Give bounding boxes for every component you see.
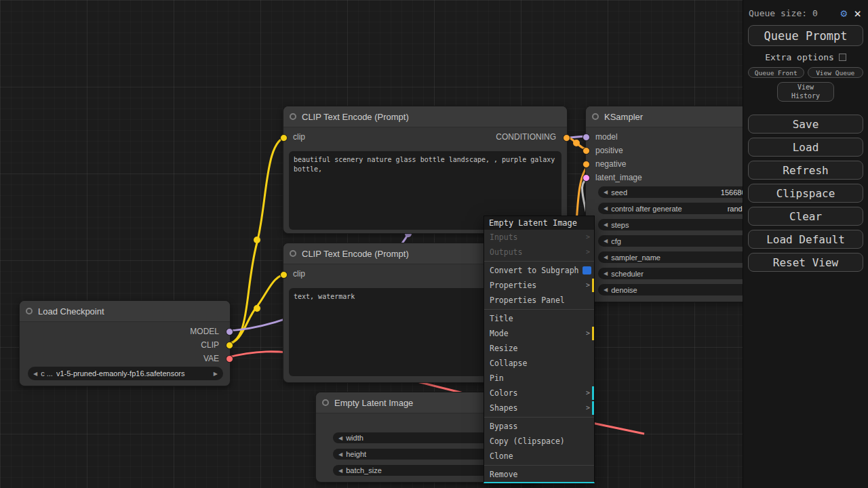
menu-buttons: Save Load Refresh Clipspace Clear Load D… — [748, 115, 863, 272]
clipspace-button[interactable]: Clipspace — [748, 184, 863, 203]
collapse-dot[interactable] — [592, 113, 599, 120]
extra-options-checkbox[interactable] — [839, 54, 846, 61]
menu-item-label: Outputs — [490, 247, 522, 257]
menu-item-copy-clipspace[interactable]: Copy (Clipspace) — [484, 434, 594, 449]
collapse-dot[interactable] — [290, 113, 296, 120]
menu-item-properties-panel[interactable]: Properties Panel — [484, 293, 594, 308]
menu-item-mode[interactable]: Mode > — [484, 326, 594, 341]
menu-item-label: Mode — [490, 329, 509, 338]
step-left-icon[interactable]: ◀ — [338, 468, 342, 474]
menu-item-label: Remove — [490, 470, 518, 479]
widget-label: height — [346, 450, 366, 458]
menu-item-label: Resize — [490, 344, 518, 353]
step-left-icon[interactable]: ◀ — [33, 371, 37, 377]
collapse-dot[interactable] — [322, 399, 329, 406]
slot-label-vae: VAE — [203, 352, 219, 365]
slot-label-latent-image: latent_image — [595, 171, 642, 184]
submenu-chevron-icon: > — [586, 230, 590, 245]
queue-size-label: Queue size: 0 — [749, 8, 841, 18]
menu-item-clone[interactable]: Clone — [484, 449, 594, 464]
output-slot-clip[interactable] — [226, 342, 233, 349]
input-slot-clip[interactable] — [280, 134, 288, 142]
node-clip-text-encode-positive[interactable]: CLIP Text Encode (Prompt) clip CONDITION… — [283, 106, 568, 234]
menu-item-colors[interactable]: Colors > — [484, 386, 594, 401]
load-button[interactable]: Load — [748, 138, 863, 157]
collapse-dot[interactable] — [290, 250, 296, 257]
menu-item-label: Colors — [490, 388, 518, 398]
step-left-icon[interactable]: ◀ — [604, 189, 608, 195]
queue-front-button[interactable]: Queue Front — [748, 67, 804, 78]
load-default-button[interactable]: Load Default — [748, 230, 863, 249]
input-slot-negative[interactable] — [583, 161, 590, 168]
extra-options-row: Extra options — [743, 52, 868, 62]
slot-label-clip: CLIP — [201, 339, 219, 351]
save-button[interactable]: Save — [748, 115, 863, 134]
step-right-icon[interactable]: ▶ — [214, 371, 218, 377]
submenu-chevron-icon: > — [586, 401, 590, 415]
menu-item-label: Collapse — [490, 359, 527, 368]
input-slot-clip[interactable] — [280, 271, 288, 279]
slot-label-conditioning: CONDITIONING — [496, 131, 556, 143]
collapse-dot[interactable] — [26, 308, 33, 314]
menu-item-bypass[interactable]: Bypass — [484, 419, 594, 434]
input-slot-model[interactable] — [583, 134, 590, 141]
widget-label: denoise — [611, 286, 637, 294]
node-title: Load Checkpoint — [38, 306, 104, 317]
refresh-button[interactable]: Refresh — [748, 161, 863, 180]
step-left-icon[interactable]: ◀ — [604, 238, 608, 244]
node-load-checkpoint[interactable]: Load Checkpoint MODEL CLIP VAE ◀ c ... v… — [19, 300, 231, 386]
queue-actions-row: Queue Front View Queue — [748, 67, 863, 78]
queue-prompt-button[interactable]: Queue Prompt — [748, 25, 863, 46]
menu-item-pin[interactable]: Pin — [484, 371, 594, 386]
menu-item-label: Convert to Subgraph — [490, 266, 579, 275]
menu-item-properties[interactable]: Properties > — [484, 278, 594, 293]
widget-label: width — [346, 434, 363, 442]
settings-gear-icon[interactable]: ⚙ — [841, 7, 848, 20]
reset-view-button[interactable]: Reset View — [748, 253, 863, 272]
menu-item-label: Copy (Clipspace) — [490, 436, 565, 446]
output-slot-model[interactable] — [226, 328, 233, 336]
menu-item-remove[interactable]: Remove — [484, 467, 594, 482]
accent-strip — [592, 401, 594, 415]
clear-button[interactable]: Clear — [748, 207, 863, 226]
step-left-icon[interactable]: ◀ — [604, 287, 608, 293]
widget-label: cfg — [611, 237, 621, 245]
close-icon[interactable]: × — [854, 9, 861, 18]
slot-label-negative: negative — [595, 158, 626, 170]
menu-item-shapes[interactable]: Shapes > — [484, 401, 594, 415]
step-left-icon[interactable]: ◀ — [604, 254, 608, 260]
output-slot-vae[interactable] — [226, 355, 233, 363]
slot-label-clip: clip — [293, 131, 305, 143]
menu-item-convert-to-subgraph[interactable]: Convert to Subgraph — [484, 263, 594, 278]
input-slot-latent-image[interactable] — [583, 174, 590, 182]
step-left-icon[interactable]: ◀ — [338, 451, 342, 458]
view-queue-button[interactable]: View Queue — [808, 67, 864, 78]
input-slot-positive[interactable] — [583, 147, 590, 155]
combo-label: c ... — [41, 369, 53, 378]
widget-label: batch_size — [346, 466, 382, 474]
step-left-icon[interactable]: ◀ — [604, 270, 608, 277]
menu-item-label: Shapes — [490, 403, 518, 413]
menu-item-label: Properties Panel — [490, 296, 565, 305]
new-feature-badge — [583, 266, 591, 274]
menu-item-resize[interactable]: Resize — [484, 341, 594, 356]
node-title: CLIP Text Encode (Prompt) — [302, 249, 409, 259]
step-left-icon[interactable]: ◀ — [604, 222, 608, 228]
output-slot-conditioning[interactable] — [563, 134, 570, 142]
context-menu-title: Empty Latent Image — [484, 216, 594, 230]
node-header[interactable]: CLIP Text Encode (Prompt) — [283, 106, 567, 127]
menu-item-label: Bypass — [490, 422, 518, 431]
menu-item-title[interactable]: Title — [484, 311, 594, 326]
node-title: CLIP Text Encode (Prompt) — [302, 112, 409, 122]
step-left-icon[interactable]: ◀ — [338, 435, 342, 441]
menu-item-outputs: Outputs > — [484, 245, 594, 260]
node-header[interactable]: Load Checkpoint — [20, 301, 230, 322]
view-history-button[interactable]: View History — [777, 82, 834, 102]
ckpt-name-combo-widget[interactable]: ◀ c ... v1-5-pruned-emaonly-fp16.safeten… — [28, 367, 223, 380]
submenu-chevron-icon: > — [586, 386, 590, 401]
menu-item-collapse[interactable]: Collapse — [484, 356, 594, 371]
node-title: Empty Latent Image — [334, 398, 413, 408]
step-left-icon[interactable]: ◀ — [604, 205, 608, 211]
widget-label: control after generate — [611, 205, 682, 213]
node-context-menu: Empty Latent Image Inputs > Outputs > Co… — [484, 216, 595, 483]
